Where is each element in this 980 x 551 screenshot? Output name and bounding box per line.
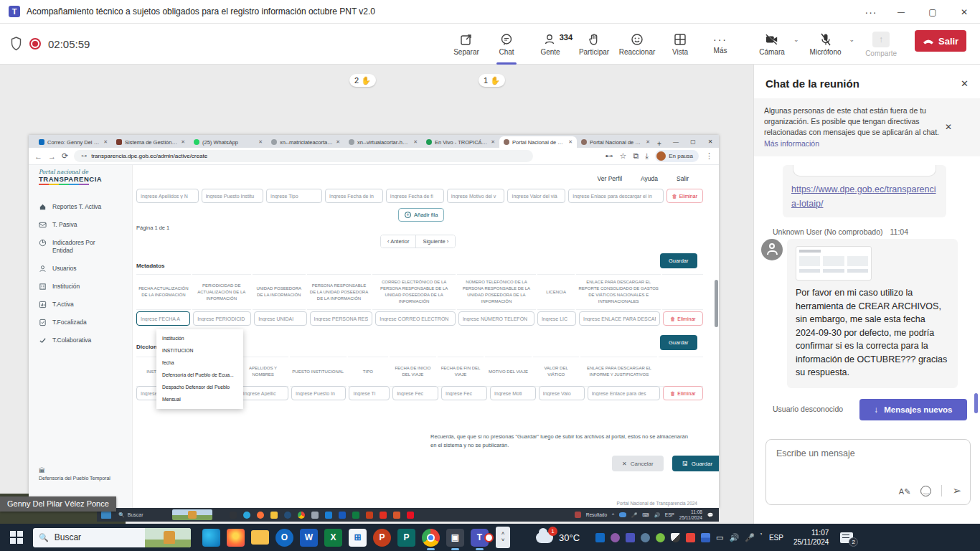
camera-chevron-icon[interactable] [793,36,799,43]
outlook-icon[interactable]: O [275,529,293,547]
apellidos-input[interactable] [136,189,199,203]
licencia-input[interactable] [537,311,576,326]
dicc-fecha-inicio-input[interactable] [392,386,438,400]
tipo-input[interactable] [266,189,322,203]
acrobat-icon[interactable] [380,512,387,519]
browser-tab[interactable]: xn--virtualacortar-ha8j.lin [344,136,422,148]
obs-icon[interactable] [284,512,291,519]
app-tray-icon[interactable] [686,533,695,542]
fecha-fin-input[interactable] [386,189,444,203]
site-info-icon[interactable]: ⊶ [81,153,87,159]
microfono-button[interactable]: Micrófono [804,27,848,62]
mail-icon[interactable] [325,512,332,519]
mic-tray-icon[interactable]: 🎤 [631,512,637,518]
periodicidad-input[interactable] [193,311,251,326]
word-icon[interactable] [339,512,346,519]
file-explorer-icon[interactable] [270,512,278,519]
dicc-valor-input[interactable] [539,386,585,400]
chat-button[interactable]: Chat [486,27,527,62]
fecha-actualizacion-input[interactable] [136,311,190,326]
teams-tray-icon[interactable] [626,533,635,542]
shared-start-icon[interactable] [101,512,111,519]
weather-widget[interactable]: 1 30°C [536,532,580,543]
emoji-icon[interactable] [920,486,931,496]
tab-close-icon[interactable] [103,139,108,145]
guardar-button[interactable]: Guardar [672,456,719,471]
app-icon[interactable] [230,512,237,519]
mic-icon[interactable]: 🎤 [745,533,755,542]
edge-icon[interactable] [243,512,250,519]
browser-tab[interactable]: (25) WhatsApp [189,136,267,148]
dropdown-option[interactable]: Defensoría del Pueblo de Ecua... [156,369,243,381]
new-messages-button[interactable]: Mensajes nuevos [859,399,967,420]
correo-input[interactable] [375,311,455,326]
fecha-inicio-input[interactable] [325,189,383,203]
reload-icon[interactable]: ⟳ [62,151,68,161]
dicc-puesto-input[interactable] [291,386,346,400]
taskbar-overflow-arrows[interactable]: ˄˅ [496,527,510,548]
browser-tab[interactable]: En Vivo - TROPICÁLIDA [422,136,499,148]
resultado-app-icon[interactable] [575,512,581,518]
powerpoint-icon[interactable] [366,512,373,519]
app-icon[interactable] [393,512,400,519]
gente-button[interactable]: 334 Gente [527,27,574,62]
excel-icon[interactable]: X [324,529,342,547]
tray-expand-icon[interactable]: ^ [612,512,614,517]
vista-button[interactable]: Vista [660,27,700,62]
dropdown-option[interactable]: Despacho Defensor del Pueblo [156,381,243,393]
metadatos-guardar-button[interactable]: Guardar [660,253,697,268]
volume-tray-icon[interactable]: 🔊 [654,512,660,518]
browser-minimize-button[interactable]: — [667,138,684,145]
browser-scrollbar[interactable] [715,280,718,327]
message-composer[interactable]: Escribe un mensaje [765,439,971,505]
unidad-input[interactable] [254,311,306,326]
sidebar-item-tfocalizada[interactable]: T.Focalizada [29,314,132,331]
search-highlight-image[interactable] [172,509,212,520]
powerpoint-icon[interactable]: P [373,529,391,547]
dicc-tipo-input[interactable] [349,386,390,400]
cancelar-button[interactable]: Cancelar [612,456,664,471]
cloud-tray-icon[interactable] [641,533,650,542]
browser-tab[interactable]: Portal Nacional de Transp [577,136,654,148]
outlook-tray-icon[interactable] [595,533,605,542]
shared-clock[interactable]: 11:08 25/11/2024 [679,509,702,521]
camara-button[interactable]: Cámara [752,27,792,62]
sidebar-item-reportes[interactable]: Reportes T. Activa [29,198,132,216]
sidebar-item-tcolaborativa[interactable]: T.Colaborativa [29,331,132,349]
notice-dismiss-icon[interactable] [945,122,952,132]
windows-tray-icon[interactable] [701,533,710,542]
battery-icon[interactable]: ▭ [716,533,723,542]
browser-menu-icon[interactable]: ⋮ [705,151,713,161]
chat-close-icon[interactable] [961,78,969,89]
excel-icon[interactable] [352,512,359,519]
browser-close-button[interactable]: ✕ [702,138,719,145]
notification-center-icon[interactable]: 2 [840,532,853,543]
new-tab-button[interactable] [654,140,664,148]
enlace-input[interactable] [568,189,663,203]
mic-chevron-icon[interactable] [849,36,855,43]
more-options-icon[interactable] [857,6,885,18]
reaccionar-button[interactable]: Reaccionar [614,27,660,62]
anadir-fila-button[interactable]: Añadir fila [398,208,444,222]
salir-button[interactable]: Salir [915,30,966,52]
tab-close-icon[interactable] [181,139,185,145]
file-explorer-icon[interactable] [251,530,269,545]
tab-close-icon[interactable] [413,139,418,145]
passkey-icon[interactable]: ⊷ [606,151,613,161]
store-icon[interactable]: ⊞ [349,529,367,547]
forward-icon[interactable]: → [48,152,56,161]
mas-informacion-link[interactable]: Más información [764,139,819,148]
dropdown-option[interactable]: Institución [156,332,243,344]
chat-message-link[interactable]: https://www.dpe.gob.ec/transparencia-lot… [791,184,936,209]
extensions-icon[interactable]: ⧉ [633,151,639,161]
persona-input[interactable] [310,311,373,326]
eliminar-button[interactable]: Eliminar [663,311,703,326]
wifi-icon[interactable]: 𝄒 [760,533,762,542]
firefox-icon[interactable] [257,512,264,519]
tab-close-icon[interactable] [646,139,650,145]
enlace-reporte-input[interactable] [579,311,660,326]
browser-tab-active[interactable]: Portal Nacional de Transp [499,136,577,148]
tab-close-icon[interactable] [491,139,495,145]
eliminar-button[interactable]: Eliminar [666,189,703,203]
chrome-icon[interactable] [422,529,440,547]
